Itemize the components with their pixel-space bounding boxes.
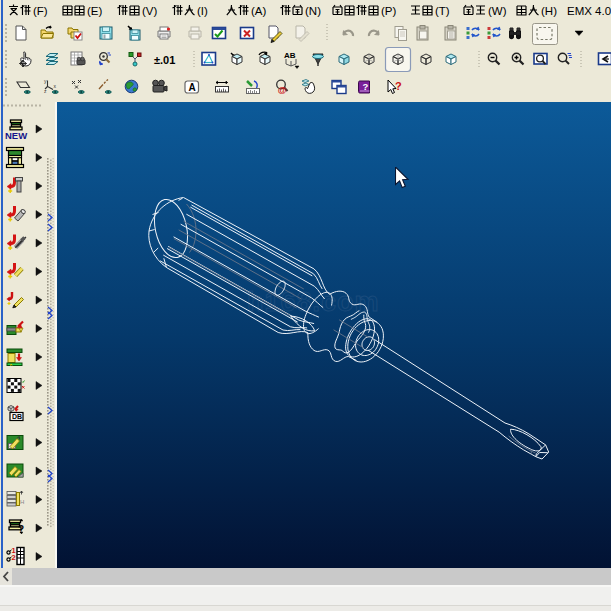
svg-text:?: ?	[395, 80, 402, 92]
svg-text:±.01: ±.01	[154, 54, 175, 66]
svg-text:x: x	[54, 83, 57, 89]
svg-text:?: ?	[18, 524, 24, 535]
svg-text:y: y	[44, 78, 47, 84]
svg-text:z: z	[44, 88, 47, 94]
svg-text:DB: DB	[12, 413, 22, 420]
svg-text:A: A	[189, 82, 196, 93]
svg-text:@: @	[278, 85, 287, 95]
svg-text:2: 2	[12, 553, 16, 562]
svg-text:H: H	[20, 499, 24, 505]
svg-text:?: ?	[363, 81, 369, 92]
svg-text:NEW: NEW	[5, 130, 27, 141]
svg-text:AB: AB	[284, 51, 296, 60]
